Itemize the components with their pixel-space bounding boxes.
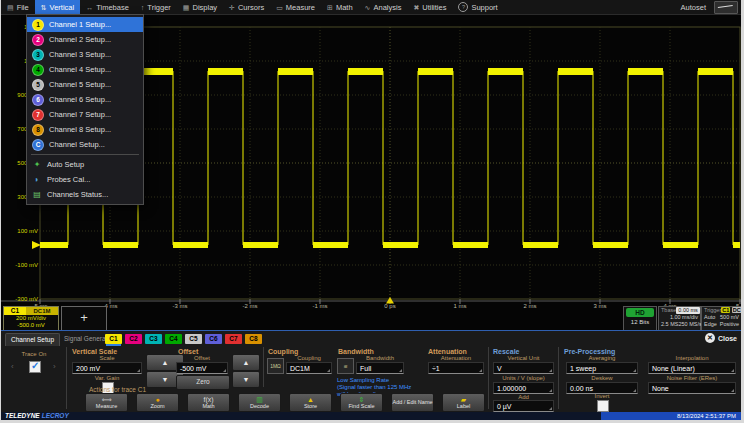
bandwidth-icon: ≋ [337,358,354,374]
coupling-field[interactable]: DC1M [286,362,332,374]
zero-button[interactable]: Zero [176,375,230,390]
channel-chip-c1[interactable]: C1 [105,334,122,344]
menu-item-display[interactable]: ▦Display [177,0,223,14]
bandwidth-field[interactable]: Full [356,362,404,374]
channels-status-icon: ▤ [32,190,42,200]
offset-field[interactable]: -500 mV [176,362,228,374]
channel-descriptor-c1[interactable]: C1 DC1M 200 mV/div -500.0 mV [3,306,59,331]
measure-icon: ▭ [276,4,283,11]
menu-item-label: Math [336,3,353,12]
action-button-measure[interactable]: ⟺Measure [85,393,128,412]
dropdown-tool-items: ✦Auto Setup◗Probes Cal...▤Channels Statu… [27,157,143,202]
trace-on-checkbox[interactable] [29,361,41,373]
averaging-label: Averaging [566,355,638,361]
menu-item-trigger[interactable]: ↑Trigger [135,0,177,14]
y-axis-label: -300 mV [1,296,38,302]
averaging-field[interactable]: 1 sweep [566,362,638,374]
menu-item-label: Display [192,3,217,12]
action-button-decode[interactable]: ▥Decode [238,393,281,412]
action-button-label: Find Scale [349,403,375,409]
trigger-level: 500 mV [720,314,739,321]
dropdown-item-channel-7-setup[interactable]: 7Channel 7 Setup... [27,107,143,122]
action-button-label: Math [202,403,214,409]
menu-item-vertical[interactable]: ⇅Vertical [35,0,80,14]
find-scale-icon: ⇕ [359,396,365,403]
x-axis-label: -2 ms [243,303,258,309]
attenuation-label: Attenuation [428,355,484,361]
add-trace-button[interactable]: + [61,306,107,331]
hd-resolution-box[interactable]: HD 12 Bits [623,306,657,331]
menu-item-utilities[interactable]: ✖Utilities [407,0,452,14]
divider [558,347,559,409]
autoset-button[interactable]: Autoset [681,0,710,14]
channel-8-icon: 8 [32,124,44,136]
dropdown-separator [31,154,139,155]
offset-up-button[interactable]: ▲ [232,354,260,371]
add-field[interactable]: 0 µV [493,400,554,412]
x-axis-label: 1 ms [453,303,466,309]
menu-item-cursors[interactable]: ✛Cursors [223,0,270,14]
interpolation-label: Interpolation [648,355,736,361]
dropdown-item-channel-5-setup[interactable]: 5Channel 5 Setup... [27,77,143,92]
vertical-unit-label: Vertical Unit [493,355,554,361]
menu-item-timebase[interactable]: ↔Timebase [80,0,135,14]
trigger-summary-box[interactable]: TriggerC1 DC Auto500 mV EdgePositive [701,306,741,331]
prev-channel-arrow[interactable]: ‹ [11,363,14,371]
dropdown-item-auto-setup[interactable]: ✦Auto Setup [27,157,143,172]
noise-filter-field[interactable]: None [648,382,736,394]
hd-bits: 12 Bits [624,317,656,327]
channel-4-icon: 4 [32,64,44,76]
timebase-summary-box[interactable]: Tbase0.00 ms 1.00 ms/div 2.5 MS250 MS/s [658,306,701,331]
offset-down-button[interactable]: ▼ [232,371,260,388]
vertical-unit-field[interactable]: V [493,362,554,374]
attenuation-field[interactable]: ÷1 [428,362,484,374]
menu-item-label: Utilities [422,3,446,12]
measure-icon: ⟺ [101,396,111,403]
tab-channel-setup[interactable]: Channel Setup [5,333,60,346]
scale-field[interactable]: 200 mV [72,362,142,374]
action-button-label[interactable]: ▰Label [442,393,485,412]
x-axis-label: 3 ms [593,303,606,309]
channel-chip-c3[interactable]: C3 [145,334,162,344]
timebase-per-div: 1.00 ms/div [670,314,698,321]
close-button[interactable]: ✕ Close [705,333,737,343]
dropdown-item-channel-6-setup[interactable]: 6Channel 6 Setup... [27,92,143,107]
divider [488,347,489,409]
menu-item-file[interactable]: ▤File [1,0,35,14]
channel-2-icon: 2 [32,34,44,46]
channel-chip-c8[interactable]: C8 [245,334,262,344]
channel-chip-c6[interactable]: C6 [205,334,222,344]
menu-item-measure[interactable]: ▭Measure [270,0,321,14]
y-axis-label: 100 mV [1,228,38,234]
menu-item-support[interactable]: ?Support [452,0,503,14]
units-per-v-field[interactable]: 1.000000 [493,382,554,394]
action-button-math[interactable]: f(x)Math [187,393,230,412]
menu-item-analysis[interactable]: ∿Analysis [359,0,408,14]
trigger-icon: ↑ [141,4,145,11]
menu-item-label: Support [471,3,497,12]
action-button-add-edit-name[interactable]: Add / Edit Name [391,393,434,412]
dropdown-item-label: Channel 2 Setup... [49,35,111,44]
action-button-find-scale[interactable]: ⇕Find Scale [340,393,383,412]
dropdown-item-channel-3-setup[interactable]: 3Channel 3 Setup... [27,47,143,62]
channel-chip-c7[interactable]: C7 [225,334,242,344]
dropdown-item-channel-1-setup[interactable]: 1Channel 1 Setup... [27,17,143,32]
dropdown-item-channels-status[interactable]: ▤Channels Status... [27,187,143,202]
channel-chip-c2[interactable]: C2 [125,334,142,344]
invert-checkbox[interactable] [597,400,609,412]
action-button-store[interactable]: ▲Store [289,393,332,412]
menu-item-math[interactable]: ⊞Math [321,0,359,14]
dropdown-item-channel-setup[interactable]: CChannel Setup... [27,137,143,152]
dropdown-item-channel-4-setup[interactable]: 4Channel 4 Setup... [27,62,143,77]
dropdown-item-label: Channel 4 Setup... [49,65,111,74]
next-channel-arrow[interactable]: › [53,363,56,371]
channel-chip-c4[interactable]: C4 [165,334,182,344]
dropdown-item-probes-cal[interactable]: ◗Probes Cal... [27,172,143,187]
action-button-zoom[interactable]: ●Zoom [136,393,179,412]
interpolation-field[interactable]: None (Linear) [648,362,736,374]
x-axis-label: -1 ms [313,303,328,309]
vertical-scale-header: Vertical Scale [72,348,117,355]
dropdown-item-channel-2-setup[interactable]: 2Channel 2 Setup... [27,32,143,47]
dropdown-item-channel-8-setup[interactable]: 8Channel 8 Setup... [27,122,143,137]
channel-chip-c5[interactable]: C5 [185,334,202,344]
